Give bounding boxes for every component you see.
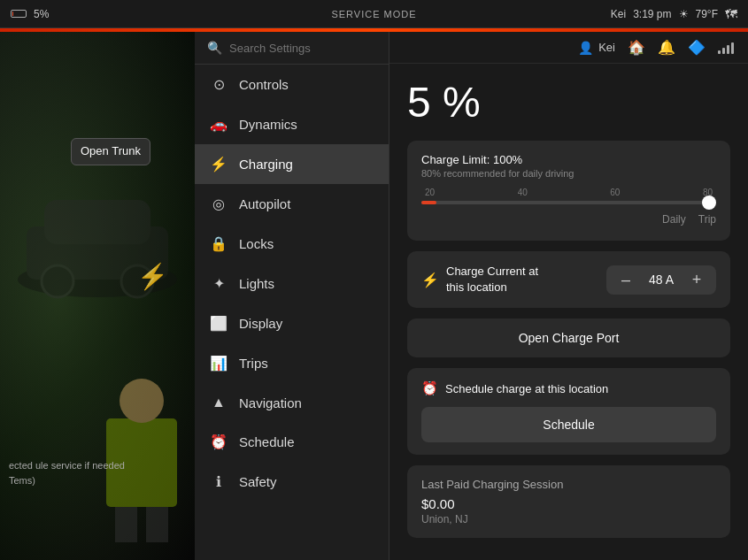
lights-icon: ✦ [209, 275, 228, 292]
session-title: Last Paid Charging Session [421, 478, 716, 491]
sidebar-item-safety[interactable]: ℹ Safety [195, 462, 389, 502]
car-background-panel: Open Trunk ⚡ ected ule service if needed… [0, 32, 195, 560]
lock-icon: 🔒 [209, 235, 228, 252]
sidebar-item-dynamics[interactable]: 🚗 Dynamics [195, 104, 389, 144]
sidebar-item-trips[interactable]: 📊 Trips [195, 343, 389, 383]
user-header: 👤 Kei 🏠 🔔 🔷 [389, 32, 748, 64]
svg-rect-2 [44, 200, 150, 244]
dynamics-icon: 🚗 [209, 116, 228, 133]
charge-limit-subtitle: 80% recommended for daily driving [421, 168, 716, 179]
charge-slider-container: 20 40 60 80 [421, 188, 716, 204]
tab-trip[interactable]: Trip [698, 211, 716, 228]
user-name-status: Kei [611, 8, 626, 20]
charging-label: Charging [239, 157, 293, 172]
content-area: 👤 Kei 🏠 🔔 🔷 5 % Charge Limit: 100% 80% r… [389, 32, 748, 560]
sidebar-item-navigation[interactable]: ▲ Navigation [195, 383, 389, 422]
charging-icon: ⚡ [209, 156, 228, 173]
charging-indicator-icon: ⚡ [137, 262, 168, 291]
autopilot-icon: ◎ [209, 196, 228, 212]
trips-icon: 📊 [209, 355, 228, 372]
locks-label: Locks [239, 236, 274, 251]
session-location: Union, NJ [421, 513, 716, 525]
sidebar-item-schedule[interactable]: ⏰ Schedule [195, 422, 389, 462]
safety-label: Safety [239, 474, 277, 489]
schedule-charge-title: ⏰ Schedule charge at this location [421, 380, 716, 396]
charge-current-control: – 48 A + [606, 265, 716, 295]
battery-percentage-display: 5 % [407, 78, 730, 127]
schedule-label: Schedule [239, 434, 295, 449]
time-label: 3:19 pm [633, 8, 671, 20]
trips-label: Trips [239, 356, 268, 371]
search-bar: 🔍 [195, 32, 389, 65]
lights-label: Lights [239, 276, 274, 291]
user-avatar-icon: 👤 [578, 41, 593, 55]
battery-indicator [11, 10, 27, 18]
charge-current-icon: ⚡ [421, 272, 439, 288]
search-input[interactable] [229, 42, 378, 55]
charge-current-text: Charge Current atthis location [446, 264, 538, 295]
controls-icon: ⊙ [209, 76, 228, 93]
safety-icon: ℹ [209, 473, 228, 490]
open-charge-port-button[interactable]: Open Charge Port [407, 318, 730, 357]
signal-bars [718, 42, 734, 54]
sidebar-item-controls[interactable]: ⊙ Controls [195, 65, 389, 104]
search-icon: 🔍 [207, 41, 222, 55]
dynamics-label: Dynamics [239, 117, 297, 132]
status-bar-left: 5% [11, 8, 49, 20]
svg-rect-7 [146, 507, 168, 542]
display-label: Display [239, 316, 282, 331]
service-text: ected ule service if needed Tems) [9, 458, 125, 489]
charging-content: 5 % Charge Limit: 100% 80% recommended f… [389, 64, 748, 560]
charge-current-value: 48 A [644, 272, 679, 287]
map-icon: 🗺 [725, 7, 737, 21]
schedule-button[interactable]: Schedule [421, 407, 716, 442]
schedule-charge-section: ⏰ Schedule charge at this location Sched… [407, 368, 730, 455]
decrease-current-button[interactable]: – [617, 271, 635, 289]
autopilot-label: Autopilot [239, 196, 290, 211]
slider-ticks: 20 40 60 80 [421, 188, 716, 197]
svg-rect-6 [115, 507, 137, 542]
tab-daily[interactable]: Daily [662, 211, 686, 228]
increase-current-button[interactable]: + [688, 271, 706, 289]
sun-icon: ☀ [679, 8, 689, 20]
charge-slider[interactable] [421, 201, 716, 204]
display-icon: ⬜ [209, 315, 228, 332]
temp-label: 79°F [696, 8, 718, 20]
bluetooth-icon[interactable]: 🔷 [688, 39, 706, 56]
charge-limit-title: Charge Limit: 100% [421, 153, 716, 166]
sidebar-item-charging[interactable]: ⚡ Charging [195, 144, 389, 184]
sidebar: 🔍 ⊙ Controls 🚗 Dynamics ⚡ Charging ◎ Aut… [195, 32, 389, 560]
main-layout: Open Trunk ⚡ ected ule service if needed… [0, 32, 748, 560]
last-session-card: Last Paid Charging Session $0.00 Union, … [407, 465, 730, 538]
battery-percent-label: 5% [34, 8, 49, 20]
sidebar-item-autopilot[interactable]: ◎ Autopilot [195, 184, 389, 224]
schedule-tabs: Daily Trip [421, 211, 716, 228]
sidebar-item-locks[interactable]: 🔒 Locks [195, 224, 389, 264]
status-bar: 5% SERVICE MODE Kei 3:19 pm ☀ 79°F 🗺 [0, 0, 748, 28]
schedule-charge-icon: ⏰ [421, 380, 438, 396]
service-mode-label: SERVICE MODE [331, 9, 416, 19]
charge-current-label: ⚡ Charge Current atthis location [421, 264, 538, 295]
svg-point-3 [42, 265, 73, 297]
controls-label: Controls [239, 77, 289, 92]
navigation-label: Navigation [239, 395, 302, 410]
session-amount: $0.00 [421, 496, 716, 511]
charge-current-card: ⚡ Charge Current atthis location – 48 A … [407, 251, 730, 308]
user-info: 👤 Kei [578, 41, 615, 55]
bell-icon[interactable]: 🔔 [658, 39, 675, 56]
sidebar-item-lights[interactable]: ✦ Lights [195, 264, 389, 303]
sidebar-item-display[interactable]: ⬜ Display [195, 303, 389, 343]
charge-limit-card: Charge Limit: 100% 80% recommended for d… [407, 141, 730, 241]
header-username: Kei [598, 41, 615, 54]
navigation-icon: ▲ [209, 395, 228, 410]
svg-point-8 [120, 379, 164, 423]
open-trunk-button[interactable]: Open Trunk [71, 138, 150, 165]
status-bar-right: Kei 3:19 pm ☀ 79°F 🗺 [611, 7, 737, 21]
schedule-icon: ⏰ [209, 433, 228, 450]
home-icon[interactable]: 🏠 [628, 39, 645, 56]
